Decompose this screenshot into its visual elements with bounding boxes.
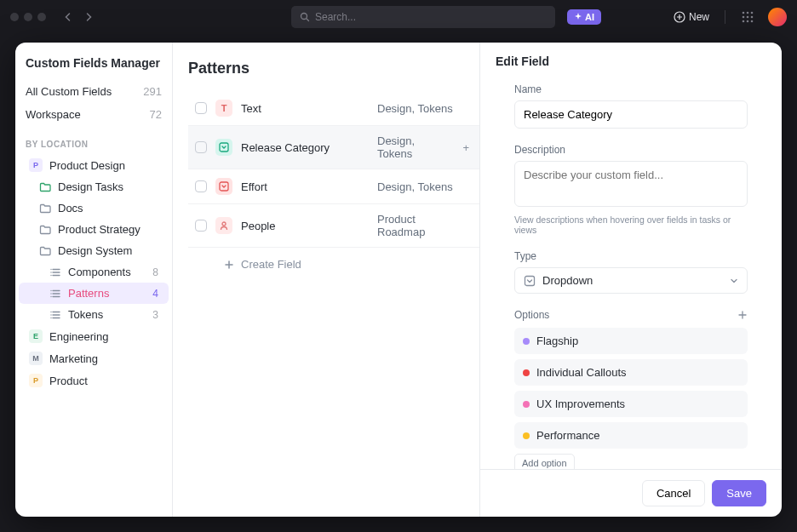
svg-rect-14	[525, 276, 535, 285]
search-input[interactable]: Search...	[291, 6, 555, 28]
sidebar-stat-all[interactable]: All Custom Fields 291	[15, 80, 172, 103]
dropdown-type-icon	[524, 275, 536, 287]
field-type-icon: T	[215, 100, 232, 117]
location-item[interactable]: PProduct Design	[19, 154, 169, 176]
location-item[interactable]: Product Strategy	[19, 219, 169, 240]
by-location-header: BY LOCATION	[15, 126, 172, 154]
location-item[interactable]: MMarketing	[19, 347, 169, 369]
cancel-button[interactable]: Cancel	[642, 480, 705, 506]
location-label: Docs	[58, 202, 83, 215]
description-input[interactable]	[514, 161, 748, 207]
traffic-light-max[interactable]	[37, 13, 46, 21]
location-count: 3	[152, 309, 158, 321]
location-label: Tokens	[68, 308, 103, 321]
name-input[interactable]	[514, 100, 748, 129]
apps-grid-button[interactable]	[741, 10, 754, 24]
plus-circle-icon	[674, 11, 685, 23]
name-label: Name	[514, 83, 748, 95]
row-checkbox[interactable]	[195, 180, 207, 192]
traffic-light-close[interactable]	[10, 13, 19, 21]
stat-label: All Custom Fields	[26, 85, 112, 98]
option-color-dot	[523, 369, 530, 376]
user-avatar[interactable]	[768, 8, 787, 26]
folder-icon	[39, 181, 51, 193]
svg-rect-12	[220, 182, 228, 191]
location-item[interactable]: Design System	[19, 240, 169, 261]
location-count: 4	[152, 288, 158, 300]
type-select[interactable]: Dropdown	[514, 267, 748, 294]
sidebar: Custom Fields Manager All Custom Fields …	[15, 43, 173, 517]
folder-icon	[39, 245, 51, 257]
field-row[interactable]: TTextDesign, Tokens	[188, 91, 479, 126]
location-label: Marketing	[49, 352, 98, 365]
option-color-dot	[523, 432, 530, 439]
field-row[interactable]: EffortDesign, Tokens	[188, 169, 479, 204]
create-field-button[interactable]: Create Field	[188, 248, 479, 281]
dropdown-option[interactable]: UX Improvements	[514, 391, 748, 417]
field-type-icon	[215, 217, 232, 234]
search-icon	[300, 12, 310, 22]
location-item[interactable]: PProduct	[19, 369, 169, 392]
sidebar-title: Custom Fields Manager	[15, 56, 172, 80]
svg-point-7	[751, 16, 754, 19]
panel-footer: Cancel Save	[480, 469, 782, 517]
dropdown-option[interactable]: Flagship	[514, 328, 748, 354]
dropdown-option[interactable]: Performance	[514, 422, 748, 449]
edit-field-panel: Edit Field Name Description View descrip…	[479, 43, 782, 517]
field-type-icon	[215, 139, 232, 156]
location-item[interactable]: Design Tasks	[19, 176, 169, 197]
location-item[interactable]: Docs	[19, 197, 169, 219]
description-help: View descriptions when hovering over fie…	[514, 215, 748, 235]
top-bar: Search... AI New	[0, 0, 797, 34]
svg-point-2	[743, 12, 745, 14]
location-item[interactable]: Components8	[19, 261, 169, 283]
sparkle-icon	[574, 13, 582, 21]
svg-point-4	[751, 12, 754, 14]
location-item[interactable]: EEngineering	[19, 325, 169, 347]
create-field-label: Create Field	[241, 258, 301, 271]
plus-icon	[224, 260, 234, 270]
row-checkbox[interactable]	[195, 102, 207, 114]
location-item[interactable]: Patterns4	[19, 283, 169, 304]
svg-point-8	[743, 20, 745, 23]
traffic-light-min[interactable]	[24, 13, 32, 21]
row-checkbox[interactable]	[195, 141, 207, 153]
field-location: Product Roadmap	[377, 213, 461, 238]
new-label: New	[689, 11, 709, 23]
field-row[interactable]: Release CategoryDesign, Tokens+	[188, 126, 479, 169]
options-label: Options	[514, 309, 549, 321]
location-count: 8	[152, 266, 158, 278]
nav-back-button[interactable]	[60, 9, 77, 26]
description-label: Description	[514, 144, 748, 156]
field-name: Effort	[241, 180, 369, 193]
option-label: Flagship	[536, 335, 578, 347]
option-color-dot	[523, 338, 530, 345]
chevron-down-icon	[730, 277, 738, 285]
dropdown-option[interactable]: Individual Callouts	[514, 359, 748, 386]
location-label: Design Tasks	[58, 180, 123, 193]
ai-button[interactable]: AI	[567, 9, 601, 25]
row-checkbox[interactable]	[195, 220, 207, 232]
location-item[interactable]: Tokens3	[19, 304, 169, 325]
row-extra-indicator: +	[462, 141, 469, 154]
panel-title: Edit Field	[496, 54, 766, 68]
svg-point-9	[747, 20, 749, 23]
list-icon	[49, 266, 61, 278]
option-label: Individual Callouts	[536, 366, 627, 379]
custom-fields-modal: Custom Fields Manager All Custom Fields …	[15, 43, 782, 517]
field-row[interactable]: PeopleProduct Roadmap	[188, 204, 479, 248]
add-option-button[interactable]: Add option	[514, 454, 575, 469]
svg-point-0	[301, 14, 307, 20]
svg-point-10	[751, 20, 754, 23]
new-button[interactable]: New	[674, 11, 709, 23]
save-button[interactable]: Save	[712, 480, 766, 506]
field-location: Design, Tokens	[377, 134, 445, 160]
location-label: Product Design	[49, 159, 125, 172]
nav-forward-button[interactable]	[80, 9, 97, 26]
option-label: Performance	[536, 429, 599, 442]
add-option-icon-button[interactable]	[737, 310, 748, 320]
sidebar-stat-workspace[interactable]: Workspace 72	[15, 103, 172, 126]
type-label: Type	[514, 250, 748, 262]
svg-point-6	[747, 16, 749, 19]
svg-point-13	[222, 222, 226, 226]
